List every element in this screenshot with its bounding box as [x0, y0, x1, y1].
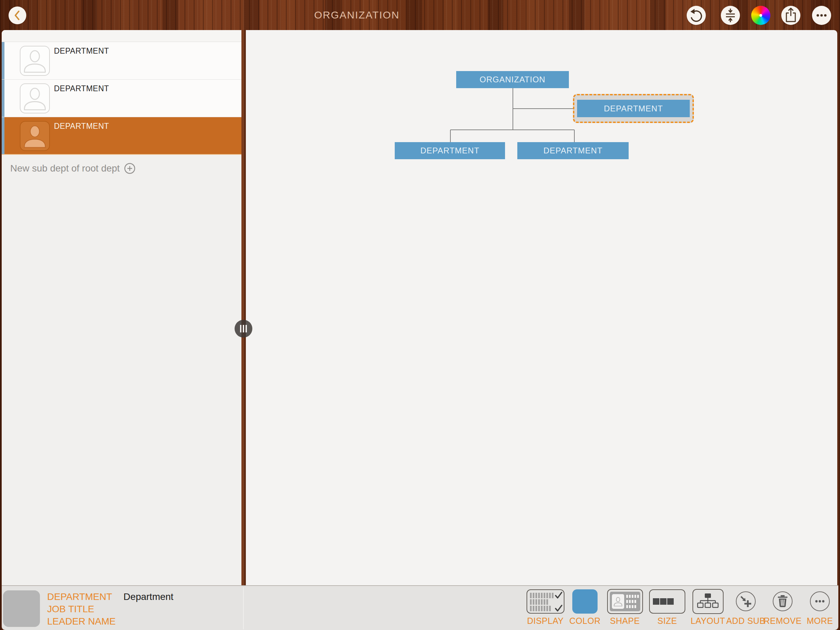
add-circle-icon — [124, 163, 136, 174]
department-field[interactable]: DEPARTMENT Department — [47, 591, 174, 603]
selected-dept-photo-placeholder[interactable] — [3, 590, 40, 627]
org-node-label: DEPARTMENT — [604, 104, 663, 114]
department-field-label: DEPARTMENT — [47, 591, 112, 602]
org-node-selected[interactable]: DEPARTMENT — [573, 94, 694, 123]
org-node-root[interactable]: ORGANIZATION — [456, 71, 569, 88]
top-navigation-bar: ORGANIZATION — [0, 0, 840, 30]
leader-name-field[interactable]: LEADER NAME — [47, 615, 174, 628]
department-row-label: DEPARTMENT — [54, 84, 109, 93]
row-accent-stripe — [2, 79, 5, 117]
trash-icon — [773, 591, 793, 611]
display-button-label: DISPLAY — [527, 617, 564, 625]
fit-vertical-button[interactable] — [721, 6, 740, 25]
org-node-child[interactable]: DEPARTMENT — [517, 142, 628, 159]
shape-button-label: SHAPE — [610, 617, 639, 625]
department-row-label: DEPARTMENT — [54, 46, 109, 56]
selected-dept-inspector: DEPARTMENT Department JOB TITLE LEADER N… — [47, 591, 174, 628]
share-icon — [781, 6, 801, 25]
department-field-value: Department — [124, 591, 174, 602]
org-chart-connectors — [246, 30, 837, 585]
page-title: ORGANIZATION — [272, 9, 442, 21]
share-button[interactable] — [781, 6, 801, 25]
more-menu-button[interactable] — [812, 6, 831, 25]
grip-bar — [246, 325, 247, 332]
job-title-field[interactable]: JOB TITLE — [47, 603, 174, 615]
job-title-field-label: JOB TITLE — [47, 604, 94, 614]
shape-card-icon — [607, 589, 643, 614]
toolbar-seam-divider — [243, 587, 244, 629]
department-list-panel: DEPARTMENT DEPARTMENT DEPARTMENT — [2, 30, 242, 585]
person-avatar-icon — [20, 121, 50, 151]
more-button-label: MORE — [807, 617, 833, 625]
department-list-item[interactable]: DEPARTMENT — [2, 79, 242, 117]
grip-bar — [243, 325, 244, 332]
department-list-item[interactable]: DEPARTMENT — [2, 42, 242, 79]
org-chart-canvas[interactable]: ORGANIZATION DEPARTMENT DEPARTMENT DEPAR… — [246, 30, 837, 585]
undo-button[interactable] — [687, 6, 706, 25]
person-avatar-icon — [20, 46, 50, 76]
more-button[interactable]: MORE — [794, 586, 840, 630]
panel-resize-handle[interactable] — [235, 320, 252, 337]
org-node-label: DEPARTMENT — [420, 146, 479, 155]
new-sub-dept-button[interactable]: New sub dept of root dept — [10, 163, 136, 174]
layout-tree-icon — [693, 589, 723, 614]
app-window: ORGANIZATION — [0, 0, 840, 630]
undo-icon — [687, 6, 706, 25]
list-header-strip — [2, 30, 242, 42]
compress-vertical-icon — [721, 6, 740, 25]
color-button-label: COLOR — [569, 617, 600, 625]
ellipsis-icon — [812, 6, 831, 25]
more-dots-icon — [810, 591, 830, 611]
new-sub-dept-label: New sub dept of root dept — [10, 163, 120, 174]
leader-name-field-label: LEADER NAME — [47, 616, 116, 627]
org-node-label: DEPARTMENT — [543, 146, 602, 155]
size-bars-icon — [649, 589, 685, 614]
row-accent-stripe — [2, 117, 5, 154]
org-node-label: ORGANIZATION — [480, 75, 546, 84]
size-button-label: SIZE — [657, 617, 677, 625]
department-row-label: DEPARTMENT — [54, 122, 109, 131]
org-node-selected-box: DEPARTMENT — [577, 100, 690, 117]
org-node-child[interactable]: DEPARTMENT — [395, 142, 505, 159]
grip-bar — [240, 325, 242, 332]
back-button[interactable] — [8, 6, 26, 24]
row-accent-stripe — [2, 42, 5, 79]
add-sub-arrow-plus-icon — [736, 591, 756, 611]
person-avatar-icon — [20, 83, 50, 114]
chevron-left-icon — [8, 6, 26, 24]
bottom-toolbar: DEPARTMENT Department JOB TITLE LEADER N… — [2, 585, 838, 630]
display-options-icon — [527, 589, 564, 614]
department-list-item-selected[interactable]: DEPARTMENT — [2, 117, 242, 155]
color-swatch-icon — [572, 589, 598, 614]
color-wheel-button[interactable] — [751, 6, 771, 25]
